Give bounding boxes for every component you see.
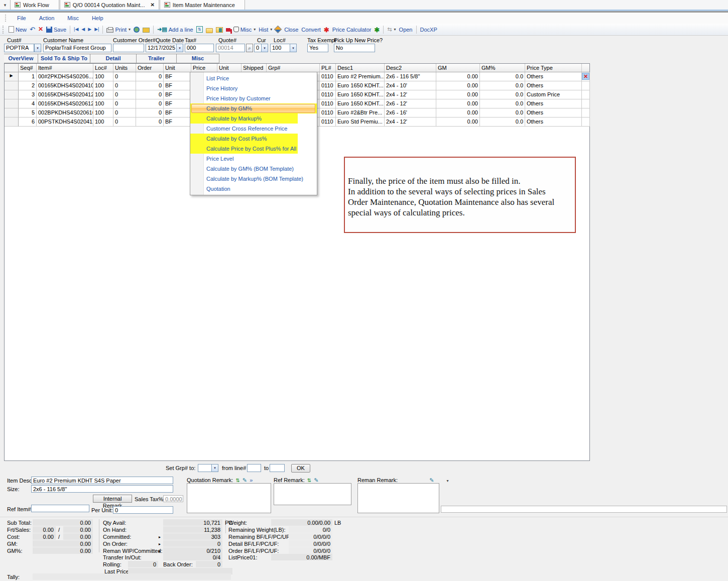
cell-item[interactable]: 00PSTKDHS4S020412 <box>37 118 93 127</box>
grid-column-header[interactable]: Price <box>191 64 217 72</box>
cell-seq[interactable]: 2 <box>19 81 37 90</box>
tax-field[interactable]: 000 <box>185 44 214 52</box>
context-menu-item[interactable]: Price History <box>190 83 317 93</box>
cell-gmp[interactable]: 0.0 <box>480 108 525 118</box>
item-desc-field[interactable]: Euro #2 Premium KDHT S4S Paper <box>31 477 173 484</box>
cell-units[interactable]: 0 <box>113 90 136 99</box>
cell-desc2[interactable]: 2x4 - 12' <box>385 118 436 127</box>
cell-desc2[interactable]: 2x6 - 12' <box>385 99 436 108</box>
cell-seq[interactable]: 6 <box>19 118 37 127</box>
cell-gm[interactable]: 0.00 <box>436 108 480 118</box>
cell-price-type[interactable]: Others <box>525 108 582 118</box>
context-menu-item[interactable]: Calculate by GM% (BOM Template) <box>190 164 317 174</box>
detail-tab[interactable]: Trailer <box>137 54 177 63</box>
cell-units[interactable]: 0 <box>113 99 136 108</box>
context-menu-item[interactable]: Quotation <box>190 184 317 194</box>
folder-calc-button[interactable] <box>214 26 224 33</box>
pickup-field[interactable]: No <box>334 44 375 52</box>
cell-loc[interactable]: 100 <box>93 72 113 81</box>
detail-tab[interactable]: Misc <box>177 54 219 63</box>
refresh-button[interactable]: ⇅ <box>195 25 204 34</box>
tax-exempt-field[interactable]: Yes <box>307 44 328 52</box>
document-tab[interactable]: Work Flow <box>10 0 59 10</box>
cell-unit[interactable]: BF <box>164 118 191 127</box>
cell-order[interactable]: 0 <box>136 118 164 127</box>
cell-desc2[interactable]: 2x4 - 12' <box>385 90 436 99</box>
cell-gm[interactable]: 0.00 <box>436 90 480 99</box>
document-tab[interactable]: Item Master Maintenance <box>160 0 245 10</box>
transfer-button[interactable]: ⇆▾ <box>386 25 397 34</box>
loc-dropdown[interactable]: ▾ <box>290 44 297 52</box>
cell-gmp[interactable]: 0.0 <box>480 118 525 127</box>
ref-remark-textarea[interactable] <box>274 483 351 505</box>
cell-units[interactable]: 0 <box>113 72 136 81</box>
nav-first-button[interactable]: |◀ <box>72 25 80 34</box>
cell-loc[interactable]: 100 <box>93 99 113 108</box>
drill-marker-icon[interactable]: ▸ <box>159 535 161 539</box>
cell-desc1[interactable]: Euro #2 Premium... <box>336 72 385 81</box>
cell-price-type[interactable]: Custom Price <box>525 90 582 99</box>
docxp-button[interactable]: DocXP <box>419 26 439 34</box>
context-menu-item[interactable]: Price Level <box>190 154 317 164</box>
grid-column-header[interactable]: Unit <box>164 64 191 72</box>
cell-gm[interactable]: 0.00 <box>436 81 480 90</box>
cell-gm[interactable]: 0.00 <box>436 118 480 127</box>
sort-updown-icon[interactable]: ⇅ <box>307 478 311 483</box>
cell-pl[interactable]: 0110 <box>320 118 336 127</box>
cell-pl[interactable]: 0110 <box>320 90 336 99</box>
grid-column-header[interactable]: Units <box>113 64 136 72</box>
cust-dropdown[interactable]: ▾ <box>34 44 41 52</box>
cell-desc1[interactable]: Euro 1650 KDHT... <box>336 99 385 108</box>
cell-item[interactable]: 00165KDHS4S020412 <box>37 90 93 99</box>
cell-unit[interactable]: BF <box>164 72 191 81</box>
close-button[interactable]: Close <box>274 26 300 34</box>
edit-pencil-icon[interactable]: ✎ <box>429 477 434 483</box>
cell-units[interactable]: 0 <box>113 118 136 127</box>
grid-column-header[interactable]: Loc# <box>93 64 113 72</box>
cell-gmp[interactable]: 0.0 <box>480 90 525 99</box>
cell-loc[interactable]: 100 <box>93 81 113 90</box>
cell-item[interactable]: 00#2PKDHS4S0206... <box>37 72 93 81</box>
document-tab[interactable]: Q/O 00014 Quotation Maint... ✕ <box>60 0 159 10</box>
price-calculator-button[interactable]: Price Calculator <box>331 26 373 34</box>
context-menu-item[interactable]: Calculate by Cost Plus% <box>190 134 317 144</box>
cell-seq[interactable]: 5 <box>19 108 37 118</box>
context-menu-item[interactable]: Price History by Customer <box>190 93 317 103</box>
cust-field[interactable]: POPTRA <box>4 44 34 52</box>
cell-order[interactable]: 0 <box>136 72 164 81</box>
cell-pl[interactable]: 0110 <box>320 108 336 118</box>
grid-column-header[interactable]: Desc1 <box>336 64 385 72</box>
grid-column-header[interactable]: Shipped <box>241 64 267 72</box>
detail-tab[interactable]: OverView <box>4 54 38 63</box>
cell-loc[interactable]: 100 <box>93 108 113 118</box>
quote-date-dropdown[interactable]: ▾ <box>176 44 183 52</box>
menu-item[interactable]: File <box>11 14 32 23</box>
folder-button[interactable] <box>204 26 214 33</box>
cell-pl[interactable]: 0110 <box>320 99 336 108</box>
cell-order[interactable]: 0 <box>136 81 164 90</box>
email-button[interactable] <box>141 26 151 33</box>
to-line-input[interactable] <box>270 464 285 472</box>
nav-last-button[interactable]: ▶| <box>93 25 100 34</box>
customer-order-field[interactable] <box>113 44 144 52</box>
cell-desc2[interactable]: 2x6 - 16' <box>385 108 436 118</box>
cell-seq[interactable]: 3 <box>19 90 37 99</box>
quotation-remark-textarea[interactable] <box>187 483 271 513</box>
expand-chevrons-icon[interactable]: » <box>250 477 253 483</box>
grid-column-header[interactable]: Seq# <box>19 64 37 72</box>
new-button[interactable]: New <box>7 25 28 34</box>
cell-gmp[interactable]: 0.0 <box>480 72 525 81</box>
cell-item[interactable]: 002BPKDHS4S020616 <box>37 108 93 118</box>
edit-pencil-icon[interactable]: ✎ <box>242 477 247 483</box>
cell-gmp[interactable]: 0.0 <box>480 99 525 108</box>
loc-field[interactable]: 100 <box>270 44 290 52</box>
cell-desc1[interactable]: Euro 1650 KDHT... <box>336 90 385 99</box>
cell-price-type[interactable]: Others <box>525 118 582 127</box>
open-button[interactable]: Open <box>398 26 414 34</box>
detail-tab[interactable]: Sold To & Ship To <box>38 54 90 63</box>
cell-units[interactable]: 0 <box>113 108 136 118</box>
cell-unit[interactable]: BF <box>164 81 191 90</box>
cell-order[interactable]: 0 <box>136 108 164 118</box>
cell-unit[interactable]: BF <box>164 99 191 108</box>
grid-column-header[interactable]: Grp# <box>267 64 320 72</box>
